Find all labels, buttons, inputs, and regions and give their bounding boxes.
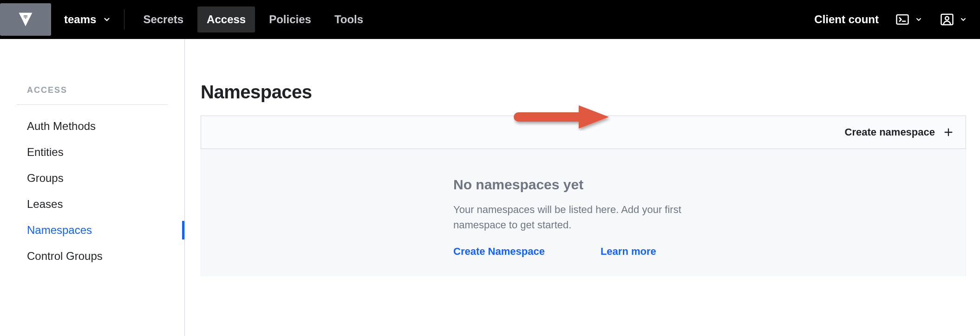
chevron-down-icon bbox=[960, 16, 967, 23]
learn-more-link[interactable]: Learn more bbox=[601, 246, 656, 258]
sidebar: ACCESS Auth Methods Entities Groups Leas… bbox=[0, 39, 185, 336]
plus-icon bbox=[943, 127, 954, 137]
svg-point-3 bbox=[26, 15, 27, 16]
divider bbox=[124, 9, 124, 30]
empty-state: No namespaces yet Your namespaces will b… bbox=[201, 149, 966, 276]
create-namespace-button[interactable]: Create namespace bbox=[845, 126, 954, 138]
user-menu[interactable] bbox=[936, 10, 971, 29]
nav-tools[interactable]: Tools bbox=[325, 6, 372, 32]
sidebar-item-groups[interactable]: Groups bbox=[0, 165, 184, 191]
page-title: Namespaces bbox=[201, 82, 966, 103]
main-nav: Secrets Access Policies Tools bbox=[134, 6, 372, 32]
create-namespace-label: Create namespace bbox=[845, 126, 935, 138]
empty-state-title: No namespaces yet bbox=[453, 177, 713, 193]
sidebar-item-entities[interactable]: Entities bbox=[0, 139, 184, 165]
action-bar: Create namespace bbox=[201, 116, 966, 149]
top-nav: teams Secrets Access Policies Tools Clie… bbox=[0, 0, 980, 39]
user-icon bbox=[940, 13, 954, 26]
svg-rect-8 bbox=[897, 15, 908, 24]
sidebar-item-control-groups[interactable]: Control Groups bbox=[0, 243, 184, 269]
sidebar-heading: ACCESS bbox=[0, 85, 184, 104]
sidebar-item-auth-methods[interactable]: Auth Methods bbox=[0, 113, 184, 139]
svg-point-1 bbox=[24, 15, 25, 16]
vault-logo-icon bbox=[17, 11, 34, 28]
console-menu[interactable] bbox=[892, 10, 926, 29]
logo[interactable] bbox=[0, 3, 51, 36]
create-namespace-link[interactable]: Create Namespace bbox=[453, 246, 545, 258]
main-content: Namespaces Create namespace No namespace… bbox=[185, 39, 980, 336]
nav-policies[interactable]: Policies bbox=[260, 6, 320, 32]
sidebar-item-namespaces[interactable]: Namespaces bbox=[0, 217, 184, 243]
right-nav: Client count bbox=[811, 8, 971, 31]
nav-secrets[interactable]: Secrets bbox=[134, 6, 193, 32]
sidebar-item-leases[interactable]: Leases bbox=[0, 191, 184, 217]
client-count-link[interactable]: Client count bbox=[811, 8, 882, 31]
svg-point-5 bbox=[25, 16, 26, 17]
svg-point-7 bbox=[25, 18, 26, 19]
empty-state-description: Your namespaces will be listed here. Add… bbox=[453, 202, 713, 233]
namespace-switcher-label: teams bbox=[64, 13, 96, 26]
chevron-down-icon bbox=[103, 15, 111, 24]
namespace-switcher[interactable]: teams bbox=[51, 13, 124, 26]
svg-marker-0 bbox=[19, 13, 33, 26]
terminal-icon bbox=[895, 13, 909, 26]
svg-point-2 bbox=[25, 15, 26, 16]
svg-point-6 bbox=[26, 16, 27, 17]
svg-point-11 bbox=[945, 17, 949, 20]
chevron-down-icon bbox=[915, 16, 922, 23]
svg-point-4 bbox=[24, 16, 25, 17]
nav-access[interactable]: Access bbox=[197, 6, 255, 32]
page-body: ACCESS Auth Methods Entities Groups Leas… bbox=[0, 39, 980, 336]
divider bbox=[17, 104, 168, 105]
